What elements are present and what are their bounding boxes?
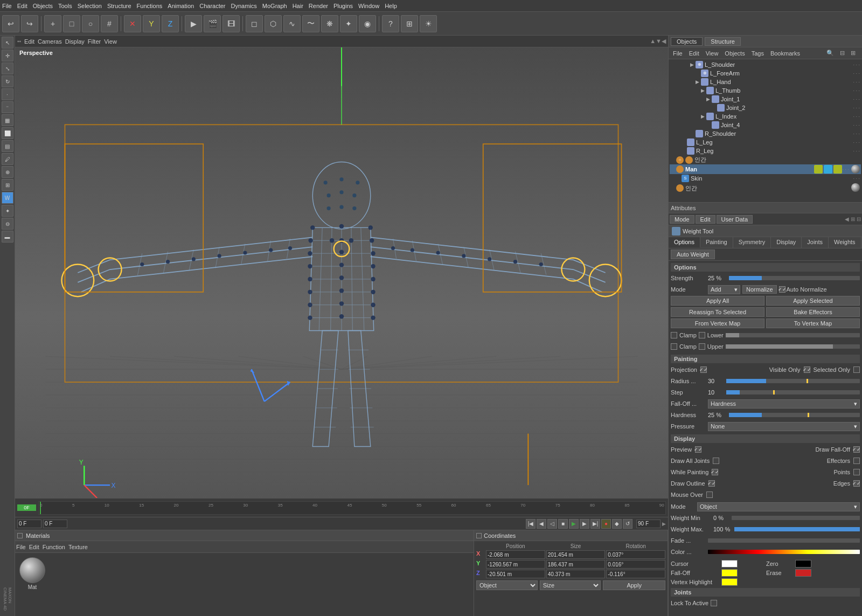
clamp-lower-checkbox[interactable]	[671, 332, 677, 338]
keyframe-btn[interactable]: ◆	[612, 519, 622, 529]
selected-only-checkbox[interactable]	[853, 366, 860, 373]
p-rot-input[interactable]	[606, 560, 665, 569]
step-slider[interactable]	[726, 390, 860, 394]
y-pos-input[interactable]	[486, 560, 545, 569]
x-size-input[interactable]	[546, 550, 606, 559]
menu-character[interactable]: Character	[199, 3, 225, 9]
menu-edit[interactable]: Edit	[17, 3, 27, 9]
scale-btn[interactable]: ⤡	[2, 63, 13, 74]
clamp-lower-checkbox2[interactable]	[699, 332, 705, 338]
floor-btn[interactable]: ▬	[2, 231, 13, 243]
z-btn[interactable]: Z	[162, 15, 179, 32]
draw-falloff-checkbox[interactable]: ✓	[853, 446, 860, 453]
visible-only-checkbox[interactable]: ✓	[804, 366, 810, 373]
obj-edit[interactable]: Edit	[687, 50, 701, 57]
render-settings-btn[interactable]: 🎞	[223, 15, 240, 32]
rotate-btn[interactable]: ↻	[2, 75, 13, 87]
z-size-input[interactable]	[546, 570, 606, 578]
next-frame-btn[interactable]: ▶	[580, 519, 589, 529]
objects-tab[interactable]: Objects	[671, 37, 703, 46]
tree-item-lhand[interactable]: ▶ L_Hand · · ·	[670, 78, 861, 86]
structure-tab[interactable]: Structure	[705, 37, 741, 46]
mirror-btn[interactable]: ⊖	[2, 218, 13, 230]
play-btn[interactable]: ▶	[569, 519, 579, 529]
viewport-filter[interactable]: Filter	[88, 38, 101, 45]
current-frame-input[interactable]	[17, 520, 41, 528]
mat-edit[interactable]: Edit	[29, 544, 39, 550]
mat-texture[interactable]: Texture	[68, 544, 88, 550]
uv-btn[interactable]: ⬜	[2, 127, 13, 139]
userdata-tab[interactable]: User Data	[717, 215, 753, 224]
erase-swatch[interactable]	[795, 569, 811, 577]
display-mode-dropdown[interactable]: Object▾	[697, 502, 860, 511]
joint-btn[interactable]: ✦	[2, 205, 13, 217]
menu-tools[interactable]: Tools	[58, 3, 72, 9]
symmetry-tab[interactable]: Symmetry	[733, 237, 771, 248]
menu-animation[interactable]: Animation	[168, 3, 194, 9]
normalize-btn[interactable]: Normalize	[742, 285, 777, 294]
current-frame-display[interactable]	[43, 520, 67, 528]
points-checkbox[interactable]	[853, 469, 860, 475]
vertex-highlight-swatch[interactable]	[721, 578, 738, 586]
while-painting-checkbox[interactable]: ✓	[712, 469, 718, 475]
axis-btn[interactable]: ⊞	[2, 179, 13, 191]
tree-item-skin[interactable]: S Skin · · ·	[670, 174, 861, 183]
draw-outline-checkbox[interactable]: ✓	[708, 480, 715, 487]
clamp-lower-slider[interactable]	[726, 333, 860, 337]
paint-btn[interactable]: 🖊	[2, 153, 13, 165]
grid-btn[interactable]: #	[101, 15, 118, 32]
material-item[interactable]: Mat	[19, 557, 45, 590]
b-rot-input[interactable]	[606, 570, 665, 578]
menu-plugins[interactable]: Plugins	[333, 3, 353, 9]
falloff-swatch[interactable]	[721, 569, 738, 577]
play-back-btn[interactable]: ◁	[547, 519, 557, 529]
strength-slider-track[interactable]	[729, 276, 860, 280]
mouse-over-checkbox[interactable]	[706, 492, 713, 498]
tree-item-joint4[interactable]: Joint_4 · · ·	[670, 121, 861, 129]
viewport-cameras[interactable]: Cameras	[38, 38, 62, 45]
joints-tab[interactable]: Joints	[802, 237, 829, 248]
menu-mograph[interactable]: MoGraph	[262, 3, 287, 9]
tree-item-lindex[interactable]: ▶ L_Index · · ·	[670, 112, 861, 121]
menu-window[interactable]: Window	[358, 3, 379, 9]
menu-help[interactable]: Help	[385, 3, 397, 9]
mat-function[interactable]: Function	[43, 544, 65, 550]
draw-all-joints-checkbox[interactable]	[713, 458, 719, 464]
clamp-upper-checkbox2[interactable]	[699, 343, 705, 350]
cube-btn[interactable]: □	[63, 15, 80, 32]
weights-tab[interactable]: Weights	[829, 237, 861, 248]
obj-bookmarks[interactable]: Bookmarks	[768, 50, 802, 57]
menu-functions[interactable]: Functions	[137, 3, 163, 9]
y-btn[interactable]: Y	[143, 15, 160, 32]
cube2-btn[interactable]: ◻	[246, 15, 263, 32]
edit-tab[interactable]: Edit	[696, 215, 715, 224]
painting-tab[interactable]: Painting	[700, 237, 733, 248]
tree-item-man[interactable]: Man · · ·	[670, 164, 861, 174]
tree-item-rshoulder[interactable]: R_Shoulder · · ·	[670, 129, 861, 138]
fade-slider[interactable]	[708, 538, 860, 543]
hardness-slider[interactable]	[729, 413, 860, 417]
redo-btn[interactable]: ↪	[21, 15, 38, 32]
menu-objects[interactable]: Objects	[33, 3, 53, 9]
select-btn[interactable]: ↖	[2, 37, 13, 49]
object-tree[interactable]: ▶ ⊕ L_Shoulder · · · ⊕ L_ForeArm · · · ▶	[669, 59, 862, 202]
sphere-btn[interactable]: ○	[82, 15, 99, 32]
lock-to-active-checkbox[interactable]	[711, 600, 717, 606]
x-pos-input[interactable]	[486, 550, 545, 559]
obj-objects[interactable]: Objects	[722, 50, 747, 57]
mode-dropdown[interactable]: Add▾	[708, 285, 740, 294]
obj-minimize-icon[interactable]: ⊟	[838, 50, 847, 56]
obj-file[interactable]: File	[671, 50, 685, 57]
clamp-upper-slider[interactable]	[726, 344, 860, 349]
options-tab[interactable]: Options	[669, 237, 700, 248]
zero-swatch[interactable]	[795, 560, 811, 567]
gen-btn[interactable]: ❋	[321, 15, 338, 32]
apply-selected-btn[interactable]: Apply Selected	[766, 296, 860, 306]
obj-search-icon[interactable]: 🔍	[824, 50, 836, 56]
weight-btn[interactable]: W	[2, 192, 13, 204]
tree-item-joint1[interactable]: ▶ Joint_1 · · ·	[670, 95, 861, 103]
new-btn[interactable]: +	[44, 15, 61, 32]
poly-sel-btn[interactable]: ▦	[2, 114, 13, 126]
coords-checkbox[interactable]	[476, 533, 482, 538]
falloff-dropdown[interactable]: Hardness▾	[708, 399, 860, 409]
